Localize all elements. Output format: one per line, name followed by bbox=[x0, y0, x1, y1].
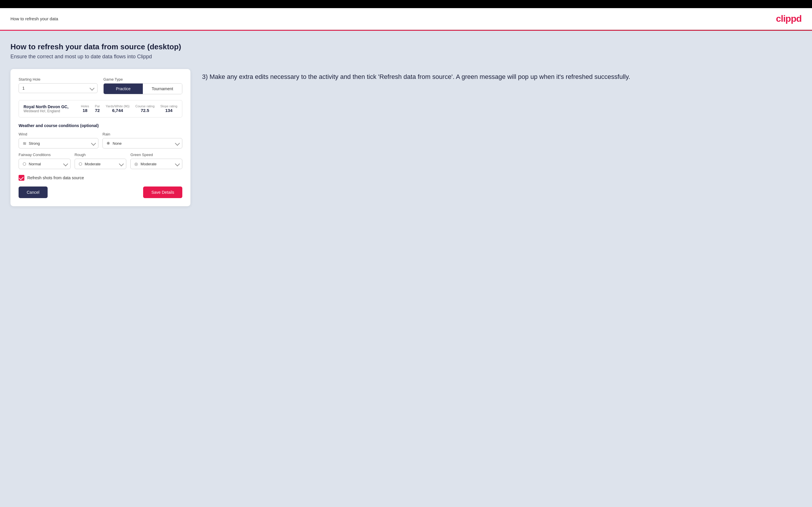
wind-rain-row: Wind Strong Rain None bbox=[18, 132, 182, 149]
form-panel: Starting Hole 1 Game Type Practice Tourn… bbox=[10, 69, 191, 206]
game-type-group: Game Type Practice Tournament bbox=[103, 77, 182, 94]
rough-chevron-icon bbox=[119, 162, 124, 167]
side-description: 3) Make any extra edits necessary to the… bbox=[202, 72, 802, 81]
wind-icon bbox=[22, 141, 27, 146]
rough-select-wrapper[interactable]: Moderate bbox=[74, 159, 126, 169]
starting-hole-group: Starting Hole 1 bbox=[18, 77, 98, 94]
logo: clippd bbox=[776, 13, 802, 24]
fairway-rough-green-row: Fairway Conditions Normal Rough M bbox=[18, 153, 182, 169]
game-type-label: Game Type bbox=[103, 77, 182, 81]
course-name: Royal North Devon GC, bbox=[23, 104, 75, 109]
page-title: How to refresh your data from source (de… bbox=[10, 42, 802, 51]
green-chevron-icon bbox=[175, 162, 180, 167]
save-button[interactable]: Save Details bbox=[143, 186, 182, 198]
fairway-select-wrapper[interactable]: Normal bbox=[18, 159, 70, 169]
green-select[interactable]: Moderate bbox=[141, 162, 171, 166]
header-title: How to refresh your data bbox=[10, 16, 58, 21]
side-text: 3) Make any extra edits necessary to the… bbox=[202, 69, 802, 81]
slope-rating-value: 134 bbox=[165, 108, 172, 113]
wind-select-wrapper[interactable]: Strong bbox=[18, 138, 98, 149]
course-info-box: Royal North Devon GC, Westward Ho!, Engl… bbox=[18, 100, 182, 117]
yards-stat: Yards/White (M)) 6,744 bbox=[106, 104, 130, 113]
refresh-checkbox[interactable] bbox=[18, 175, 24, 181]
par-stat: Par 72 bbox=[95, 104, 100, 113]
chevron-down-icon bbox=[90, 86, 95, 91]
fairway-chevron-icon bbox=[63, 162, 68, 167]
rain-icon bbox=[106, 141, 111, 146]
green-label: Green Speed bbox=[130, 153, 182, 157]
rain-select-wrapper[interactable]: None bbox=[102, 138, 182, 149]
yards-value: 6,744 bbox=[112, 108, 123, 113]
rough-label: Rough bbox=[74, 153, 126, 157]
game-type-buttons: Practice Tournament bbox=[103, 83, 182, 94]
slope-rating-stat: Slope rating 134 bbox=[160, 104, 177, 113]
top-form-row: Starting Hole 1 Game Type Practice Tourn… bbox=[18, 77, 182, 94]
holes-stat: Holes 18 bbox=[81, 104, 89, 113]
top-bar bbox=[0, 0, 812, 8]
refresh-checkbox-row: Refresh shots from data source bbox=[18, 175, 182, 181]
fairway-select[interactable]: Normal bbox=[29, 162, 60, 166]
practice-button[interactable]: Practice bbox=[104, 83, 143, 94]
rough-select[interactable]: Moderate bbox=[85, 162, 116, 166]
button-row: Cancel Save Details bbox=[18, 186, 182, 198]
rain-group: Rain None bbox=[102, 132, 182, 149]
header: How to refresh your data clippd bbox=[0, 8, 812, 30]
starting-hole-select-wrapper[interactable]: 1 bbox=[18, 83, 98, 93]
cancel-button[interactable]: Cancel bbox=[18, 186, 48, 198]
par-label: Par bbox=[95, 104, 100, 108]
page-subtitle: Ensure the correct and most up to date d… bbox=[10, 54, 802, 60]
course-location: Westward Ho!, England bbox=[23, 109, 75, 113]
rain-label: Rain bbox=[102, 132, 182, 136]
main-content: How to refresh your data from source (de… bbox=[0, 31, 812, 507]
course-rating-label: Course rating bbox=[135, 104, 154, 108]
rough-icon bbox=[78, 161, 83, 167]
fairway-label: Fairway Conditions bbox=[18, 153, 70, 157]
fairway-icon bbox=[22, 161, 27, 167]
rain-chevron-icon bbox=[175, 141, 180, 146]
wind-group: Wind Strong bbox=[18, 132, 98, 149]
par-value: 72 bbox=[95, 108, 100, 113]
holes-value: 18 bbox=[83, 108, 87, 113]
wind-label: Wind bbox=[18, 132, 98, 136]
fairway-group: Fairway Conditions Normal bbox=[18, 153, 70, 169]
green-group: Green Speed Moderate bbox=[130, 153, 182, 169]
course-rating-stat: Course rating 72.5 bbox=[135, 104, 154, 113]
course-rating-value: 72.5 bbox=[141, 108, 149, 113]
green-select-wrapper[interactable]: Moderate bbox=[130, 159, 182, 169]
weather-section-title: Weather and course conditions (optional) bbox=[18, 123, 182, 128]
refresh-checkbox-label: Refresh shots from data source bbox=[27, 175, 84, 180]
slope-rating-label: Slope rating bbox=[160, 104, 177, 108]
rain-select[interactable]: None bbox=[113, 141, 171, 146]
course-stats: Holes 18 Par 72 Yards/White (M)) 6,744 C… bbox=[81, 104, 177, 113]
starting-hole-select[interactable]: 1 bbox=[22, 86, 88, 91]
course-name-block: Royal North Devon GC, Westward Ho!, Engl… bbox=[23, 104, 75, 113]
starting-hole-label: Starting Hole bbox=[18, 77, 98, 81]
yards-label: Yards/White (M)) bbox=[106, 104, 130, 108]
wind-chevron-icon bbox=[91, 141, 96, 146]
content-row: Starting Hole 1 Game Type Practice Tourn… bbox=[10, 69, 802, 206]
rough-group: Rough Moderate bbox=[74, 153, 126, 169]
wind-select[interactable]: Strong bbox=[29, 141, 88, 146]
holes-label: Holes bbox=[81, 104, 89, 108]
tournament-button[interactable]: Tournament bbox=[143, 83, 182, 94]
green-icon bbox=[134, 161, 139, 167]
